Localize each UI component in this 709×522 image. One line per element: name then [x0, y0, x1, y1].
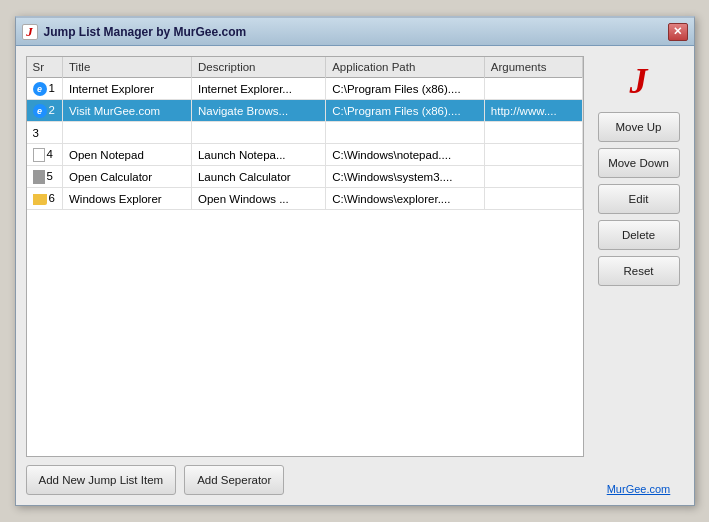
- cell-sr: 5: [27, 166, 63, 188]
- cell-sr: 3: [27, 122, 63, 144]
- content-area: Sr Title Description Application Path Ar…: [16, 46, 694, 505]
- ie-icon: e: [33, 104, 47, 118]
- cell-title: Open Calculator: [63, 166, 192, 188]
- cell-apppath: C:\Windows\explorer....: [326, 188, 485, 210]
- col-apppath: Application Path: [326, 57, 485, 78]
- cell-title: Open Notepad: [63, 144, 192, 166]
- cell-apppath: C:\Program Files (x86)....: [326, 78, 485, 100]
- table-row[interactable]: 4Open NotepadLaunch Notepa...C:\Windows\…: [27, 144, 583, 166]
- app-icon: J: [22, 24, 38, 40]
- table-row[interactable]: e2Visit MurGee.comNavigate Brows...C:\Pr…: [27, 100, 583, 122]
- cell-arguments: [484, 122, 582, 144]
- left-panel: Sr Title Description Application Path Ar…: [26, 56, 584, 495]
- col-description: Description: [191, 57, 325, 78]
- edit-button[interactable]: Edit: [598, 184, 680, 214]
- window-title: Jump List Manager by MurGee.com: [44, 25, 668, 39]
- table-header-row: Sr Title Description Application Path Ar…: [27, 57, 583, 78]
- cell-description: Navigate Brows...: [191, 100, 325, 122]
- ie-icon: e: [33, 82, 47, 96]
- cell-apppath: C:\Windows\notepad....: [326, 144, 485, 166]
- cell-sr: 4: [27, 144, 63, 166]
- table-row[interactable]: e1Internet ExplorerInternet Explorer...C…: [27, 78, 583, 100]
- cell-description: Open Windows ...: [191, 188, 325, 210]
- cell-apppath: [326, 122, 485, 144]
- cell-apppath: C:\Windows\system3....: [326, 166, 485, 188]
- col-arguments: Arguments: [484, 57, 582, 78]
- folder-icon: [33, 194, 47, 205]
- right-panel: J Move Up Move Down Edit Delete Reset Mu…: [594, 56, 684, 495]
- bottom-buttons: Add New Jump List Item Add Seperator: [26, 465, 584, 495]
- cell-arguments: [484, 144, 582, 166]
- table-row[interactable]: 5Open CalculatorLaunch CalculatorC:\Wind…: [27, 166, 583, 188]
- cell-arguments: http://www....: [484, 100, 582, 122]
- cell-title: [63, 122, 192, 144]
- col-sr: Sr: [27, 57, 63, 78]
- cell-sr: e2: [27, 100, 63, 122]
- title-bar: J Jump List Manager by MurGee.com ✕: [16, 18, 694, 46]
- calc-icon: [33, 170, 45, 184]
- jump-list-table: Sr Title Description Application Path Ar…: [27, 57, 583, 210]
- table-row[interactable]: 3: [27, 122, 583, 144]
- close-button[interactable]: ✕: [668, 23, 688, 41]
- murgee-logo: J: [630, 60, 648, 102]
- main-window: J Jump List Manager by MurGee.com ✕ Sr T…: [15, 16, 695, 506]
- cell-description: Internet Explorer...: [191, 78, 325, 100]
- move-down-button[interactable]: Move Down: [598, 148, 680, 178]
- cell-arguments: [484, 78, 582, 100]
- murgee-link[interactable]: MurGee.com: [607, 483, 671, 495]
- cell-title: Internet Explorer: [63, 78, 192, 100]
- delete-button[interactable]: Delete: [598, 220, 680, 250]
- add-separator-button[interactable]: Add Seperator: [184, 465, 284, 495]
- cell-apppath: C:\Program Files (x86)....: [326, 100, 485, 122]
- cell-arguments: [484, 166, 582, 188]
- reset-button[interactable]: Reset: [598, 256, 680, 286]
- cell-title: Visit MurGee.com: [63, 100, 192, 122]
- cell-sr: e1: [27, 78, 63, 100]
- cell-description: [191, 122, 325, 144]
- cell-title: Windows Explorer: [63, 188, 192, 210]
- jump-list-table-container: Sr Title Description Application Path Ar…: [26, 56, 584, 457]
- cell-arguments: [484, 188, 582, 210]
- cell-description: Launch Notepa...: [191, 144, 325, 166]
- notepad-icon: [33, 148, 45, 162]
- col-title: Title: [63, 57, 192, 78]
- table-row[interactable]: 6Windows ExplorerOpen Windows ...C:\Wind…: [27, 188, 583, 210]
- add-jump-item-button[interactable]: Add New Jump List Item: [26, 465, 177, 495]
- cell-sr: 6: [27, 188, 63, 210]
- move-up-button[interactable]: Move Up: [598, 112, 680, 142]
- cell-description: Launch Calculator: [191, 166, 325, 188]
